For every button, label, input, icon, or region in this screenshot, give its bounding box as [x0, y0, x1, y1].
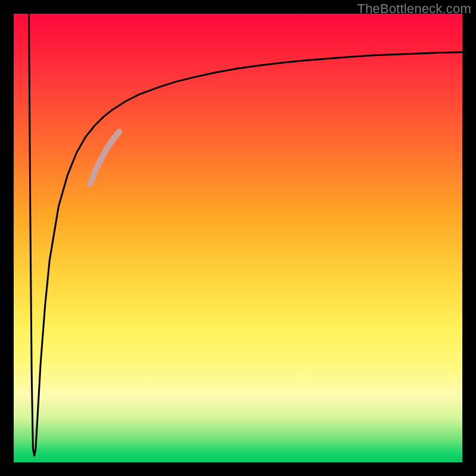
plot-area [14, 14, 462, 462]
chart-frame: TheBottleneck.com [0, 0, 476, 476]
chart-svg [14, 14, 462, 462]
main-curve-path [29, 14, 462, 456]
highlight-segment-path [90, 131, 119, 184]
